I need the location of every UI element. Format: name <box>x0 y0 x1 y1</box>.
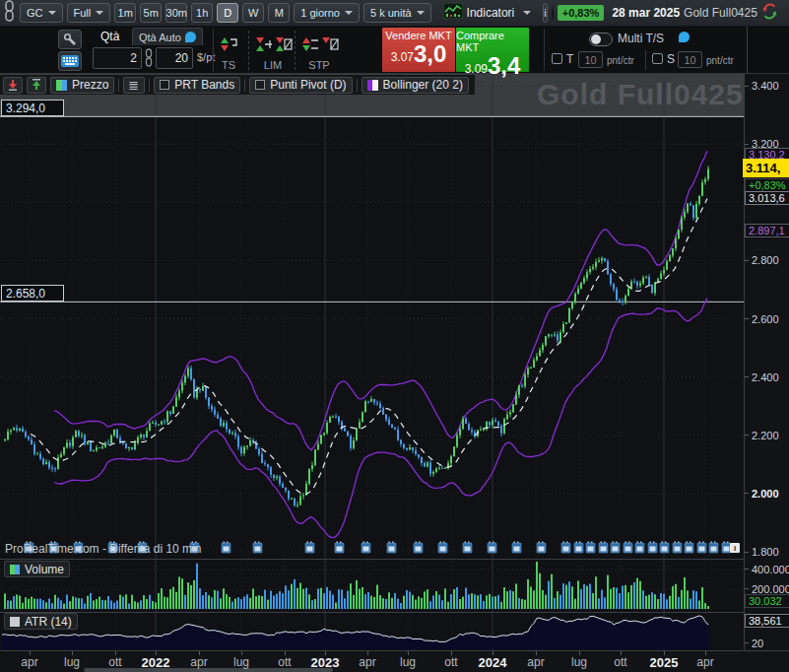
titlebar: GC Full 1m 5m 30m 1h D W M 1 giorno 5 k … <box>0 0 789 27</box>
calendar-event-icon[interactable] <box>463 542 472 554</box>
stop-checkbox[interactable] <box>652 53 663 64</box>
atr-indicator-chip[interactable]: ATR (14) <box>4 613 78 630</box>
lim-buy-order-button[interactable] <box>273 34 293 58</box>
link-qty-icon[interactable] <box>144 48 154 71</box>
indicator-chart-icon[interactable] <box>443 3 463 23</box>
timeframe-weekly[interactable]: W <box>242 3 264 23</box>
divider <box>645 50 646 70</box>
trading-window: i GC Full 1m 5m 30m 1h D W M 1 giorno 5 … <box>0 0 789 672</box>
calendar-event-icon[interactable] <box>362 542 370 554</box>
help-bubble-icon[interactable] <box>679 32 690 42</box>
pivot-points-checkbox[interactable] <box>255 80 265 90</box>
buy-market-button[interactable]: Comprare MKT 3.093,4 <box>456 28 529 72</box>
info-marker-icon[interactable]: i <box>730 543 740 553</box>
calendar-event-icon[interactable] <box>512 542 521 554</box>
chevron-down-icon <box>48 11 56 15</box>
time-tick-label: lug <box>233 655 249 669</box>
calendar-event-icon[interactable] <box>624 542 632 554</box>
timeframe-30m[interactable]: 30m <box>165 3 187 23</box>
sell-arrow-button[interactable] <box>3 77 23 94</box>
bollinger-chip[interactable]: Bollinger (20 2) <box>362 77 469 94</box>
trailing-stop-checkbox[interactable] <box>552 53 562 64</box>
calendar-event-icon[interactable] <box>488 542 496 554</box>
stop-value-input[interactable]: 10 <box>678 51 702 68</box>
price-level-label[interactable]: 2.658,0 <box>1 285 64 302</box>
prt-bands-checkbox[interactable] <box>160 80 169 90</box>
calendar-event-icon[interactable] <box>697 542 706 554</box>
pivot-points-chip[interactable]: Punti Pivot (D) <box>249 77 352 94</box>
period-dropdown[interactable]: 1 giorno <box>294 3 360 23</box>
indicators-label[interactable]: Indicatori <box>467 6 515 20</box>
time-tick-label: ott <box>614 655 626 669</box>
stp-buy-order-button[interactable] <box>319 34 339 58</box>
price-color-icon <box>56 80 67 91</box>
time-tick-label: 2023 <box>311 655 340 670</box>
stop-unit: pnt/ctr <box>706 55 734 66</box>
calendar-event-icon[interactable] <box>648 542 657 554</box>
calendar-event-icon[interactable] <box>305 542 314 554</box>
time-axis[interactable]: aprlugott2022aprlugott2023aprlugott2024a… <box>0 650 789 672</box>
chart-toolbar: Prezzo ≣ PRT Bands Punti Pivot (D) Bolli… <box>0 75 475 95</box>
calendar-event-icon[interactable] <box>222 542 230 554</box>
timeframe-daily[interactable]: D <box>217 3 238 23</box>
volume-indicator-chip[interactable]: Volume <box>4 561 70 577</box>
timeframe-1h[interactable]: 1h <box>191 3 213 23</box>
trailing-stop-value-input[interactable]: 10 <box>578 51 603 68</box>
calendar-event-icon[interactable] <box>574 542 583 554</box>
lim-sell-order-button[interactable] <box>253 34 273 58</box>
calendar-event-icon[interactable] <box>561 542 570 554</box>
current-atr-box: 38,561 <box>745 614 789 628</box>
calendar-event-icon[interactable] <box>685 542 693 554</box>
indicators-caret[interactable] <box>523 11 531 15</box>
divider <box>357 79 358 92</box>
calendar-event-icon[interactable] <box>438 542 447 554</box>
price-level-label[interactable]: 3.294,0 <box>1 100 64 116</box>
timeframe-5m[interactable]: 5m <box>140 3 162 23</box>
volume-tick-label: 400.000 <box>752 564 789 575</box>
chevron-down-icon <box>96 11 103 15</box>
refresh-icon[interactable] <box>761 3 778 24</box>
symbol-dropdown[interactable]: GC <box>20 3 63 23</box>
pie-chart-icon[interactable] <box>552 6 554 21</box>
price-tick-label: 2.800 <box>752 254 779 266</box>
qty-label[interactable]: Qtà <box>100 30 119 43</box>
calendar-event-icon[interactable] <box>709 542 718 554</box>
buy-arrow-button[interactable] <box>27 77 46 94</box>
price-series-chip[interactable]: Prezzo <box>50 77 114 94</box>
time-tick-label: apr <box>696 655 713 669</box>
calendar-event-icon[interactable] <box>722 542 731 554</box>
qty-input[interactable]: 2 <box>93 47 142 69</box>
calendar-event-icon[interactable] <box>635 542 644 554</box>
settings-wrench-button[interactable] <box>58 30 82 49</box>
calendar-event-icon[interactable] <box>335 542 344 554</box>
help-bubble-icon[interactable] <box>185 32 196 42</box>
calendar-event-icon[interactable] <box>599 542 608 554</box>
stp-sell-order-button[interactable] <box>299 34 319 58</box>
calendar-event-icon[interactable] <box>537 542 546 554</box>
contract-type-dropdown[interactable]: Full <box>67 3 111 23</box>
calendar-event-icon[interactable] <box>611 542 620 554</box>
calendar-event-icon[interactable] <box>673 542 682 554</box>
calendar-event-icon[interactable] <box>586 542 595 554</box>
list-button[interactable]: ≣ <box>123 77 145 94</box>
axis-tick <box>745 588 749 589</box>
divider <box>295 31 296 70</box>
timeframe-1m[interactable]: 1m <box>114 3 136 23</box>
calendar-event-icon[interactable] <box>253 542 262 554</box>
calendar-event-icon[interactable] <box>660 542 669 554</box>
prt-bands-chip[interactable]: PRT Bands <box>154 77 240 94</box>
units-dropdown[interactable]: 5 k unità <box>363 3 431 23</box>
trailing-stop-unit: pnt/ctr <box>607 55 634 66</box>
qty-auto-tab[interactable]: Qtà Auto <box>132 28 203 45</box>
multi-ts-toggle[interactable] <box>589 33 613 46</box>
scale-input[interactable]: 20 <box>156 47 193 69</box>
info-button[interactable]: i <box>543 3 547 23</box>
keyboard-button[interactable] <box>58 51 82 71</box>
sell-market-button[interactable]: Vendere MKT 3.073,0 <box>382 28 455 72</box>
ts-order-button[interactable] <box>218 34 239 58</box>
calendar-event-icon[interactable] <box>387 542 396 554</box>
link-tool-icon[interactable] <box>3 0 16 27</box>
price-axis[interactable]: 3.4003.2002.8002.6002.4002.2002.0001.800… <box>744 74 789 650</box>
calendar-event-icon[interactable] <box>414 542 423 554</box>
timeframe-monthly[interactable]: M <box>268 3 290 23</box>
